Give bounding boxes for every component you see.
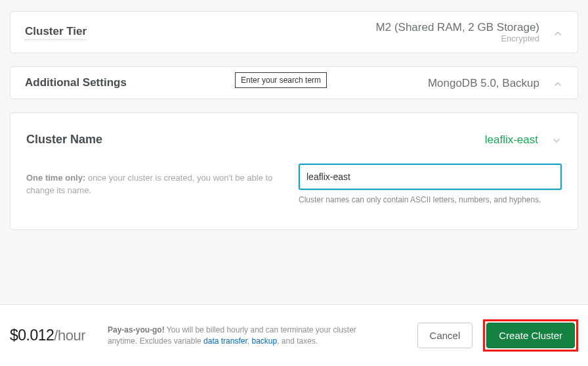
footer-bar: $0.012/hour Pay-as-you-go! You will be b… (0, 304, 588, 366)
cluster-name-current-value: leaflix-east (485, 133, 538, 147)
chevron-down-icon[interactable] (551, 135, 562, 146)
search-tooltip: Enter your search term (235, 72, 327, 88)
cluster-tier-title: Cluster Tier (25, 25, 87, 40)
additional-settings-title: Additional Settings (25, 76, 127, 89)
cluster-tier-value: M2 (Shared RAM, 2 GB Storage) Encrypted (376, 21, 539, 43)
footer-description: Pay-as-you-go! You will be billed hourly… (108, 325, 383, 347)
data-transfer-link[interactable]: data transfer (203, 336, 247, 346)
create-cluster-button[interactable]: Create Cluster (486, 323, 575, 348)
cluster-name-title: Cluster Name (26, 133, 485, 147)
cluster-name-section: Cluster Name leaflix-east One time only:… (10, 112, 578, 230)
cluster-name-helper: Cluster names can only contain ASCII let… (299, 195, 562, 204)
chevron-up-icon[interactable] (553, 79, 563, 89)
backup-link[interactable]: backup (251, 336, 277, 346)
cluster-name-hint: One time only: once your cluster is crea… (26, 172, 285, 197)
chevron-up-icon[interactable] (553, 28, 563, 39)
cluster-tier-section[interactable]: Cluster Tier M2 (Shared RAM, 2 GB Storag… (10, 11, 578, 53)
price-label: $0.012/hour (10, 327, 85, 344)
additional-settings-value: MongoDB 5.0, Backup (428, 77, 539, 90)
cluster-tier-sublabel: Encrypted (376, 34, 539, 44)
cancel-button[interactable]: Cancel (417, 323, 473, 348)
create-cluster-highlight: Create Cluster (483, 319, 578, 352)
cluster-name-input[interactable] (299, 164, 562, 190)
